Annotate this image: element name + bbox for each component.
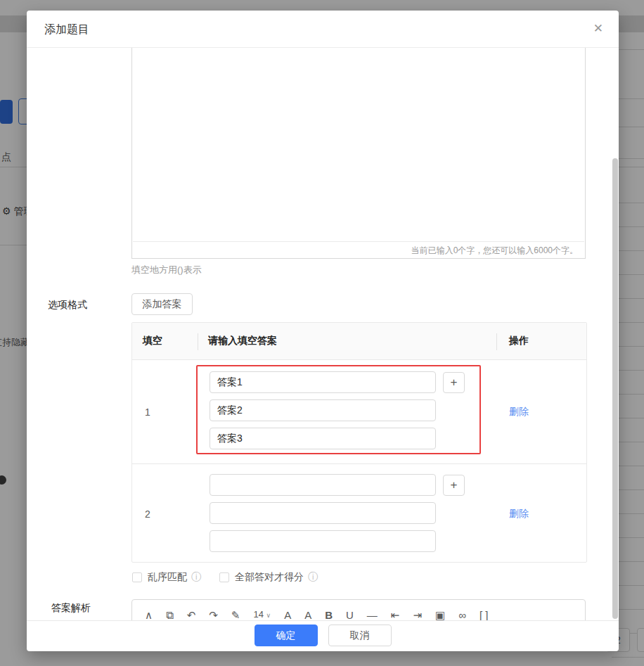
scoring-options: 乱序匹配 ⓘ 全部答对才得分 ⓘ bbox=[132, 571, 318, 584]
answers-table-header: 填空 请输入填空答案 操作 bbox=[132, 323, 586, 360]
table-row: 1 + 删除 bbox=[132, 360, 586, 463]
shuffle-match-label: 乱序匹配 bbox=[148, 571, 187, 584]
answer-input[interactable] bbox=[210, 428, 436, 449]
indent-increase-icon[interactable]: ⇥ bbox=[413, 609, 422, 620]
font-size-select[interactable]: 14 ∨ bbox=[253, 609, 271, 620]
plus-icon[interactable]: + bbox=[443, 372, 465, 393]
question-textarea[interactable]: 当前已输入0个字，您还可以输入6000个字。 bbox=[131, 48, 586, 259]
paste-icon[interactable]: ⧉ bbox=[166, 609, 174, 620]
modal-body: 当前已输入0个字，您还可以输入6000个字。 填空地方用()表示 选项格式 添加… bbox=[27, 48, 619, 620]
screen: 点 ⚙ 管理 支持隐藏 2 添加题目 ✕ 当前已输入0个字，您还可以输入6000… bbox=[0, 0, 644, 666]
answer-input[interactable] bbox=[210, 474, 436, 496]
modal-header: 添加题目 ✕ bbox=[27, 11, 619, 48]
table-row: 2 + 删除 bbox=[132, 463, 586, 563]
plus-icon[interactable]: + bbox=[443, 475, 465, 496]
answer-analysis-label: 答案解析 bbox=[51, 602, 91, 615]
add-answer-button[interactable]: 添加答案 bbox=[131, 293, 193, 315]
delete-row-link[interactable]: 删除 bbox=[509, 508, 529, 520]
add-question-modal: 添加题目 ✕ 当前已输入0个字，您还可以输入6000个字。 填空地方用()表示 … bbox=[27, 11, 619, 651]
underline-icon[interactable]: U bbox=[346, 609, 354, 620]
format-painter-icon[interactable]: ✎ bbox=[231, 609, 240, 620]
col-header-answer: 请输入填空答案 bbox=[198, 335, 496, 347]
blank-hint: 填空地方用()表示 bbox=[131, 264, 202, 276]
answers-table: 填空 请输入填空答案 操作 1 + 删除 2 bbox=[131, 322, 587, 563]
bold-icon[interactable]: B bbox=[325, 609, 333, 620]
answer-input[interactable] bbox=[210, 399, 436, 421]
all-correct-label: 全部答对才得分 bbox=[235, 571, 304, 584]
text-height-icon[interactable]: A bbox=[304, 609, 311, 620]
row-index: 2 bbox=[145, 508, 150, 520]
confirm-button[interactable]: 确定 bbox=[255, 625, 318, 646]
fullscreen-icon[interactable]: [ ] bbox=[479, 609, 489, 620]
info-icon[interactable]: ⓘ bbox=[308, 571, 318, 584]
modal-scrollbar[interactable] bbox=[612, 158, 618, 619]
redo-icon[interactable]: ↷ bbox=[209, 609, 218, 620]
font-color-icon[interactable]: A bbox=[284, 609, 291, 620]
cancel-button[interactable]: 取消 bbox=[328, 625, 392, 646]
delete-row-link[interactable]: 删除 bbox=[509, 406, 529, 418]
link-icon[interactable]: ∞ bbox=[458, 609, 466, 620]
image-icon[interactable]: ▣ bbox=[435, 609, 445, 620]
indent-decrease-icon[interactable]: ⇤ bbox=[391, 609, 400, 620]
row-index: 1 bbox=[145, 406, 150, 418]
shuffle-match-checkbox[interactable] bbox=[132, 572, 142, 582]
align-icon[interactable]: — bbox=[367, 609, 378, 620]
char-count: 当前已输入0个字，您还可以输入6000个字。 bbox=[133, 241, 584, 258]
column-divider bbox=[496, 333, 497, 350]
analysis-editor: ∧ ⧉ ↶ ↷ ✎ 14 ∨ A A B U — ⇤ ⇥ ▣ ∞ [ ] bbox=[131, 599, 586, 620]
option-format-label: 选项格式 bbox=[48, 299, 87, 312]
column-divider bbox=[198, 333, 198, 350]
answer-input[interactable] bbox=[210, 530, 436, 552]
col-header-blank: 填空 bbox=[132, 335, 198, 347]
answer-input[interactable] bbox=[210, 371, 436, 393]
undo-icon[interactable]: ↶ bbox=[187, 609, 196, 620]
editor-toolbar: ∧ ⧉ ↶ ↷ ✎ 14 ∨ A A B U — ⇤ ⇥ ▣ ∞ [ ] bbox=[132, 600, 585, 620]
col-header-action: 操作 bbox=[496, 335, 529, 347]
modal-title: 添加题目 bbox=[44, 23, 89, 37]
answer-input[interactable] bbox=[210, 502, 436, 524]
modal-footer: 确定 取消 bbox=[27, 620, 619, 651]
all-correct-checkbox[interactable] bbox=[219, 572, 229, 582]
info-icon[interactable]: ⓘ bbox=[191, 571, 201, 584]
collapse-icon[interactable]: ∧ bbox=[145, 609, 153, 620]
close-icon[interactable]: ✕ bbox=[593, 21, 603, 37]
